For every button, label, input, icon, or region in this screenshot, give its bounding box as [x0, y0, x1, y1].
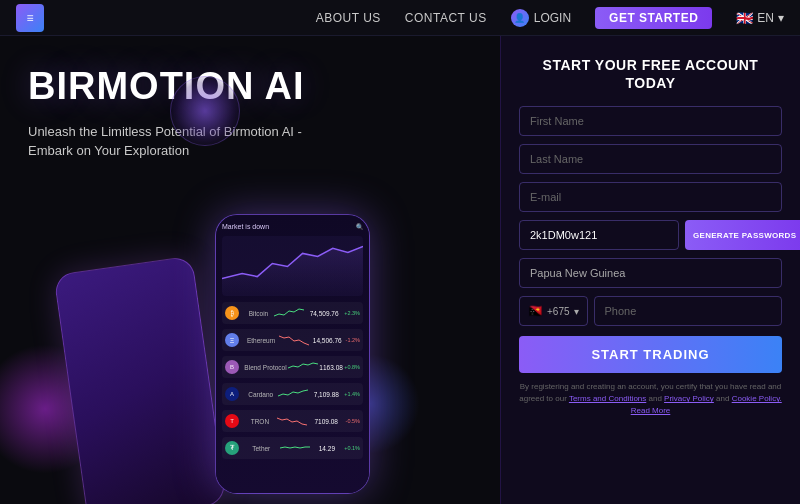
nav-login[interactable]: 👤 LOGIN	[511, 9, 571, 27]
login-icon: 👤	[511, 9, 529, 27]
navbar: ≡ ABOUT US CONTACT US 👤 LOGIN GET STARTE…	[0, 0, 800, 36]
phone-flag: 🇵🇬	[528, 304, 543, 318]
list-item: A Cardano 7,109.88 +1.4%	[222, 383, 363, 405]
list-item: T TRON 7109.08 -0.5%	[222, 410, 363, 432]
start-trading-button[interactable]: START TRADING	[519, 336, 782, 373]
crypto-price: 7,109.88	[314, 391, 339, 398]
phone-row: 🇵🇬 +675 ▾	[519, 296, 782, 326]
glow-orb-top-right	[170, 76, 240, 146]
phone-mockup: Market is down 🔍	[60, 194, 400, 504]
signup-form-panel: START YOUR FREE ACCOUNT TODAY GENERATE P…	[500, 36, 800, 504]
terms-text: By registering and creating an account, …	[519, 381, 782, 417]
phone-input[interactable]	[594, 296, 782, 326]
hero-section: BIRMOTION AI Unleash the Limitless Poten…	[0, 36, 500, 504]
generate-passwords-button[interactable]: GENERATE PASSWORDS	[685, 220, 800, 250]
crypto-change: -0.5%	[346, 418, 360, 424]
list-item: ₮ Tether 14.29 +0.1%	[222, 437, 363, 459]
list-item: ₿ Bitcoin 74,509.76 +2.3%	[222, 302, 363, 324]
terms-conditions-link[interactable]: Terms and Conditions	[569, 394, 646, 403]
list-item: Ξ Ethereum 14,506.76 -1.2%	[222, 329, 363, 351]
tron-icon: T	[225, 414, 239, 428]
crypto-name: Cardano	[248, 391, 273, 398]
language-selector[interactable]: 🇬🇧 EN ▾	[736, 10, 784, 26]
phone-screen-main: Market is down 🔍	[215, 214, 370, 494]
main-content: BIRMOTION AI Unleash the Limitless Poten…	[0, 36, 800, 504]
crypto-price: 7109.08	[314, 418, 338, 425]
first-name-input[interactable]	[519, 106, 782, 136]
nav-about-us[interactable]: ABOUT US	[316, 11, 381, 25]
crypto-list: ₿ Bitcoin 74,509.76 +2.3% Ξ Ethereum 14,…	[222, 302, 363, 459]
logo[interactable]: ≡	[16, 4, 44, 32]
chevron-down-icon: ▾	[778, 11, 784, 25]
cookie-policy-link[interactable]: Cookie Policy.	[732, 394, 782, 403]
crypto-change: +2.3%	[344, 310, 360, 316]
email-input[interactable]	[519, 182, 782, 212]
chevron-down-icon: ▾	[574, 306, 579, 317]
hero-title: BIRMOTION AI	[28, 66, 500, 108]
last-name-input[interactable]	[519, 144, 782, 174]
first-name-group	[519, 106, 782, 136]
crypto-change: +0.1%	[344, 445, 360, 451]
crypto-name: TRON	[251, 418, 269, 425]
crypto-price: 74,509.76	[310, 310, 339, 317]
crypto-price: 14,506.76	[313, 337, 342, 344]
list-item: B Blend Protocol 1163.08 +0.8%	[222, 356, 363, 378]
crypto-name: Blend Protocol	[244, 364, 286, 371]
crypto-price: 1163.08	[319, 364, 343, 371]
crypto-name: Tether	[252, 445, 270, 452]
privacy-policy-link[interactable]: Privacy Policy	[664, 394, 714, 403]
get-started-button[interactable]: GET STARTED	[595, 7, 712, 29]
phone-code-label: +675	[547, 306, 570, 317]
crypto-price: 14.29	[319, 445, 335, 452]
form-title: START YOUR FREE ACCOUNT TODAY	[519, 56, 782, 92]
login-label[interactable]: LOGIN	[534, 11, 571, 25]
crypto-change: +0.8%	[344, 364, 360, 370]
crypto-name: Ethereum	[247, 337, 275, 344]
last-name-group	[519, 144, 782, 174]
bitcoin-icon: ₿	[225, 306, 239, 320]
crypto-change: -1.2%	[346, 337, 360, 343]
password-row: GENERATE PASSWORDS	[519, 220, 782, 250]
crypto-change: +1.4%	[344, 391, 360, 397]
password-input[interactable]	[519, 220, 679, 250]
read-more-link[interactable]: Read More	[631, 406, 671, 415]
ethereum-icon: Ξ	[225, 333, 239, 347]
lang-label: EN	[757, 11, 774, 25]
blend-icon: B	[225, 360, 239, 374]
phone-screen-title: Market is down	[222, 223, 269, 230]
logo-icon: ≡	[26, 11, 33, 25]
nav-contact-us[interactable]: CONTACT US	[405, 11, 487, 25]
tether-icon: ₮	[225, 441, 239, 455]
phone-back	[53, 255, 226, 504]
crypto-name: Bitcoin	[249, 310, 269, 317]
lang-flag: 🇬🇧	[736, 10, 753, 26]
phone-code-selector[interactable]: 🇵🇬 +675 ▾	[519, 296, 588, 326]
country-select[interactable]: Papua New Guinea United States United Ki…	[519, 258, 782, 288]
email-group	[519, 182, 782, 212]
cardano-icon: A	[225, 387, 239, 401]
phone-chart	[222, 236, 363, 296]
